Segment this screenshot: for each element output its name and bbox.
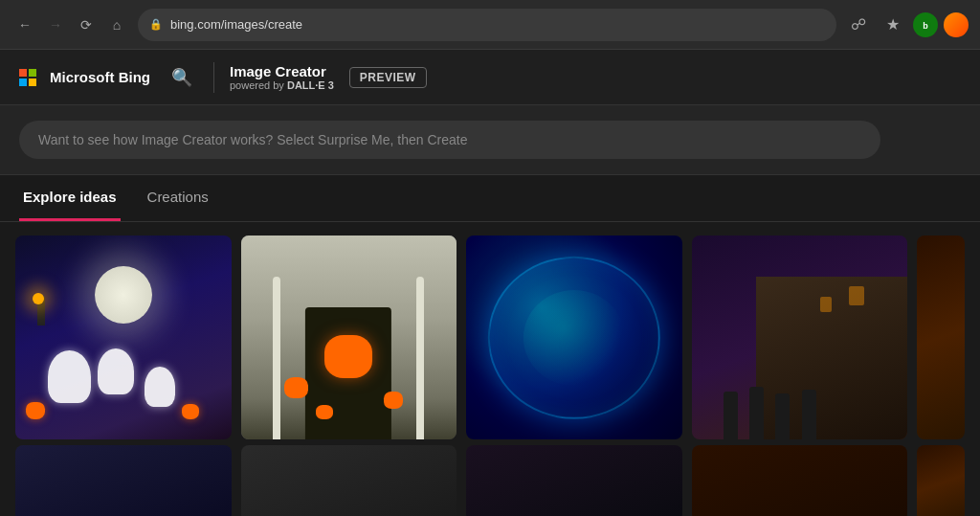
browser-nav-buttons: ← → ⟳ ⌂ bbox=[11, 11, 130, 38]
brand-name: Microsoft Bing bbox=[50, 69, 150, 85]
window-glow-2 bbox=[820, 297, 832, 312]
brand-logo[interactable]: Microsoft Bing bbox=[19, 69, 150, 86]
prompt-bar[interactable]: Want to see how Image Creator works? Sel… bbox=[19, 121, 880, 159]
prompt-section: Want to see how Image Creator works? Sel… bbox=[0, 105, 980, 175]
ghost-scene-inner bbox=[15, 236, 232, 439]
ghost-1 bbox=[48, 350, 91, 403]
app-header: Microsoft Bing 🔍 Image Creator powered b… bbox=[0, 50, 980, 105]
lock-icon: 🔒 bbox=[149, 18, 163, 31]
pumpkin-2 bbox=[182, 404, 199, 419]
small-pumpkin-3 bbox=[316, 405, 333, 419]
door-column-right bbox=[416, 277, 424, 439]
browser-chrome: ← → ⟳ ⌂ 🔒 bing.com/images/create ☍ ★ b bbox=[0, 0, 980, 50]
address-bar[interactable]: 🔒 bing.com/images/create bbox=[138, 9, 836, 41]
image-card-bottom-2[interactable] bbox=[241, 445, 457, 516]
partial-right-inner bbox=[917, 236, 965, 439]
pumpkin-door-inner bbox=[241, 236, 457, 439]
refresh-button[interactable]: ⟳ bbox=[73, 11, 100, 38]
crystal-ball-inner bbox=[466, 236, 682, 439]
kid-4 bbox=[802, 390, 816, 439]
ghost-3 bbox=[145, 367, 175, 407]
image-card-kids-halloween[interactable] bbox=[692, 236, 908, 439]
preview-badge: PREVIEW bbox=[349, 67, 427, 88]
kid-2 bbox=[749, 387, 764, 439]
crystal-orb bbox=[488, 256, 660, 418]
tab-creations[interactable]: Creations bbox=[144, 175, 212, 221]
url-text: bing.com/images/create bbox=[170, 17, 302, 32]
kid-3 bbox=[775, 393, 790, 439]
image-card-bottom-3[interactable] bbox=[466, 445, 682, 516]
kids-halloween-inner bbox=[692, 236, 908, 439]
microsoft-logo bbox=[19, 69, 36, 86]
ms-green bbox=[29, 69, 36, 77]
window-glow-1 bbox=[849, 286, 864, 305]
svg-text:b: b bbox=[923, 21, 928, 31]
translate-button[interactable]: ☍ bbox=[844, 11, 873, 39]
image-card-ghost[interactable] bbox=[15, 236, 232, 439]
orb-glow bbox=[523, 290, 625, 386]
pumpkin-1 bbox=[26, 402, 45, 419]
image-creator-info: Image Creator powered by DALL·E 3 bbox=[230, 63, 334, 91]
ghost-2 bbox=[98, 348, 134, 394]
small-pumpkin-1 bbox=[284, 377, 308, 398]
door-column-left bbox=[273, 277, 280, 439]
search-button[interactable]: 🔍 bbox=[166, 61, 198, 94]
kid-1 bbox=[724, 392, 738, 439]
tab-explore-ideas[interactable]: Explore ideas bbox=[19, 175, 121, 221]
small-pumpkin-2 bbox=[384, 392, 403, 409]
bing-icon: b bbox=[913, 12, 938, 37]
home-button[interactable]: ⌂ bbox=[103, 11, 130, 38]
image-card-bottom-4[interactable] bbox=[692, 445, 908, 516]
image-creator-title: Image Creator bbox=[230, 63, 334, 79]
ms-red bbox=[19, 69, 27, 77]
back-button[interactable]: ← bbox=[11, 11, 38, 38]
browser-actions: ☍ ★ b bbox=[844, 11, 969, 39]
forward-button[interactable]: → bbox=[42, 11, 69, 38]
big-pumpkin bbox=[324, 335, 372, 378]
header-divider bbox=[213, 62, 214, 93]
image-card-bottom-partial[interactable] bbox=[917, 445, 965, 516]
ms-logo-grid bbox=[19, 69, 36, 86]
image-creator-subtitle: powered by DALL·E 3 bbox=[230, 79, 334, 91]
image-card-bottom-1[interactable] bbox=[15, 445, 232, 516]
bookmark-button[interactable]: ★ bbox=[879, 11, 907, 39]
bottom-image-row bbox=[0, 445, 980, 516]
image-card-partial-right[interactable] bbox=[917, 236, 965, 439]
top-image-row bbox=[0, 222, 980, 445]
profile-avatar[interactable] bbox=[944, 12, 969, 37]
tabs-section: Explore ideas Creations bbox=[0, 175, 980, 222]
main-images-grid bbox=[0, 222, 980, 516]
lamp-light bbox=[33, 293, 44, 304]
ms-yellow bbox=[29, 79, 36, 86]
moon bbox=[95, 266, 152, 324]
ms-blue bbox=[19, 79, 27, 86]
image-card-crystal-ball[interactable] bbox=[466, 236, 682, 439]
image-card-pumpkin-door[interactable] bbox=[241, 236, 457, 439]
